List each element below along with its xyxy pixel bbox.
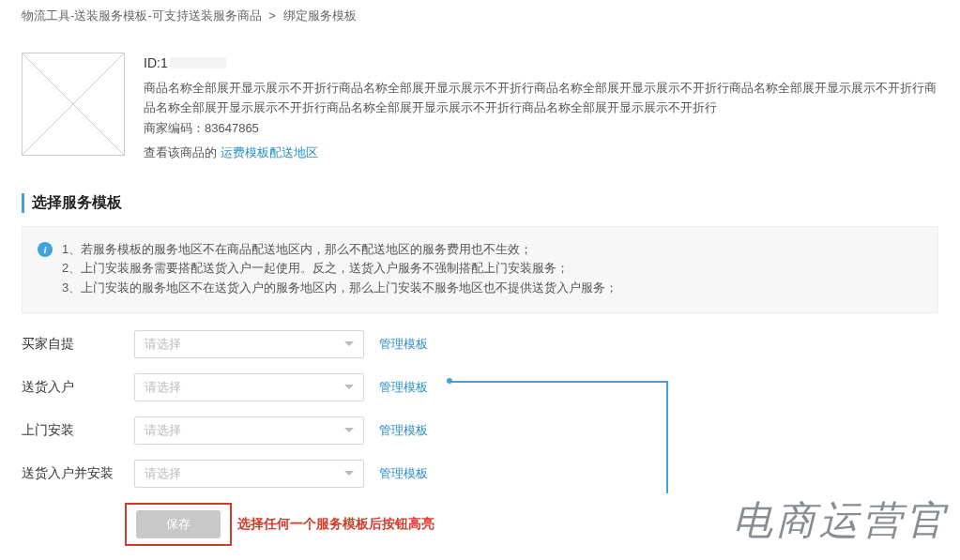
form-area: 买家自提 请选择 管理模板 送货入户 请选择 管理模板 上门安装 请选择 管理模… (0, 330, 960, 546)
manage-template-link[interactable]: 管理模板 (379, 336, 428, 353)
product-name: 商品名称全部展开显示展示不开折行商品名称全部展开显示展示不开折行商品名称全部展开… (144, 79, 938, 116)
callout-line-h (450, 381, 667, 383)
form-row-save: 保存 选择任何一个服务模板后按钮高亮 (22, 503, 938, 546)
info-lines: 1、若服务模板的服务地区不在商品配送地区内，那么不配送地区的服务费用也不生效； … (62, 240, 617, 296)
info-box: i 1、若服务模板的服务地区不在商品配送地区内，那么不配送地区的服务费用也不生效… (22, 226, 938, 312)
chevron-down-icon (344, 385, 354, 389)
label-delivery-install: 送货入户并安装 (22, 465, 134, 482)
select-delivery-install[interactable]: 请选择 (134, 460, 364, 488)
chevron-down-icon (344, 428, 354, 432)
callout-dot (447, 378, 452, 384)
form-row-pickup: 买家自提 请选择 管理模板 (22, 330, 938, 358)
form-row-delivery: 送货入户 请选择 管理模板 (22, 373, 938, 401)
manage-template-link[interactable]: 管理模板 (379, 379, 428, 396)
product-info: ID:1 商品名称全部展开显示展示不开折行商品名称全部展开显示展示不开折行商品名… (144, 53, 938, 163)
label-delivery: 送货入户 (22, 379, 134, 396)
select-delivery[interactable]: 请选择 (134, 373, 364, 401)
product-link-prefix: 查看该商品的 (144, 145, 217, 159)
select-pickup[interactable]: 请选择 (134, 330, 364, 358)
product-link-row: 查看该商品的 运费模板配送地区 (144, 144, 938, 163)
breadcrumb: 物流工具-送装服务模板-可支持送装服务商品 > 绑定服务模板 (0, 0, 960, 34)
manage-template-link[interactable]: 管理模板 (379, 465, 428, 482)
info-icon: i (38, 242, 53, 257)
select-placeholder: 请选择 (145, 336, 181, 353)
breadcrumb-part1[interactable]: 物流工具-送装服务模板-可支持送装服务商品 (22, 8, 262, 23)
select-placeholder: 请选择 (145, 465, 181, 482)
section-title: 选择服务模板 (22, 193, 938, 213)
info-line-2: 2、上门安装服务需要搭配送货入户一起使用。反之，送货入户服务不强制搭配上门安装服… (62, 259, 617, 278)
select-placeholder: 请选择 (145, 379, 181, 396)
product-id-text: ID:1 (144, 53, 168, 73)
shipping-template-region-link[interactable]: 运费模板配送地区 (221, 145, 318, 159)
manage-template-link[interactable]: 管理模板 (379, 422, 428, 439)
form-row-install: 上门安装 请选择 管理模板 (22, 416, 938, 445)
chevron-down-icon (344, 471, 354, 476)
product-code: 商家编码：83647865 (144, 119, 938, 139)
info-line-3: 3、上门安装的服务地区不在送货入户的服务地区内，那么上门安装不服务地区也不提供送… (62, 279, 617, 297)
select-install[interactable]: 请选择 (134, 416, 364, 445)
save-highlight-box: 保存 (125, 503, 232, 546)
info-line-1: 1、若服务模板的服务地区不在商品配送地区内，那么不配送地区的服务费用也不生效； (62, 240, 617, 259)
save-hint: 选择任何一个服务模板后按钮高亮 (237, 516, 434, 533)
product-id: ID:1 (144, 53, 938, 73)
select-placeholder: 请选择 (145, 422, 181, 439)
product-block: ID:1 商品名称全部展开显示展示不开折行商品名称全部展开显示展示不开折行商品名… (0, 34, 960, 173)
breadcrumb-separator: > (268, 8, 276, 23)
label-install: 上门安装 (22, 422, 134, 439)
breadcrumb-part2: 绑定服务模板 (283, 8, 357, 23)
chevron-down-icon (344, 341, 354, 346)
product-image-placeholder (22, 53, 125, 156)
form-row-delivery-install: 送货入户并安装 请选择 管理模板 (22, 460, 938, 488)
label-pickup: 买家自提 (22, 336, 134, 353)
save-button[interactable]: 保存 (136, 510, 221, 538)
product-id-mask (170, 57, 226, 68)
